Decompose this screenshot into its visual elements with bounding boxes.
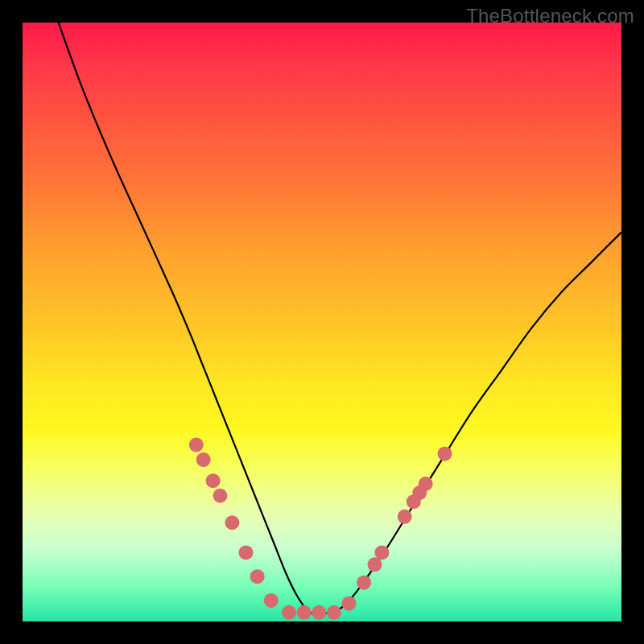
data-point bbox=[357, 576, 371, 590]
data-point bbox=[196, 452, 211, 467]
data-point bbox=[264, 593, 279, 608]
data-point bbox=[398, 510, 412, 524]
chart-svg bbox=[23, 23, 621, 621]
chart-plot-area bbox=[23, 23, 621, 621]
data-point bbox=[189, 438, 204, 452]
data-point bbox=[312, 605, 326, 620]
watermark-text: TheBottleneck.com bbox=[466, 5, 634, 27]
data-point bbox=[419, 477, 433, 491]
data-point bbox=[327, 605, 341, 620]
bottleneck-curve bbox=[59, 23, 621, 613]
data-point bbox=[250, 569, 265, 584]
data-point bbox=[297, 605, 312, 620]
data-point bbox=[341, 597, 356, 611]
data-point bbox=[206, 473, 221, 488]
data-point bbox=[213, 489, 228, 503]
data-point bbox=[282, 605, 296, 620]
data-point bbox=[239, 545, 254, 559]
data-point bbox=[438, 447, 452, 461]
data-point bbox=[225, 515, 239, 530]
data-point bbox=[374, 545, 389, 559]
